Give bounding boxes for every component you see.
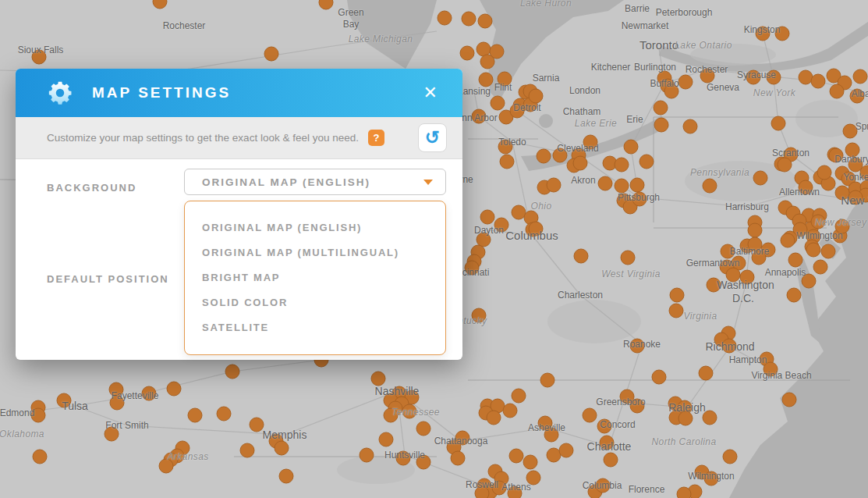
map-marker[interactable] xyxy=(142,386,156,400)
map-marker[interactable] xyxy=(396,451,410,465)
map-marker[interactable] xyxy=(829,148,843,162)
map-marker[interactable] xyxy=(498,72,512,86)
map-marker[interactable] xyxy=(748,237,762,251)
map-marker[interactable] xyxy=(721,244,735,258)
map-marker[interactable] xyxy=(600,436,614,450)
map-marker[interactable] xyxy=(781,233,795,247)
map-marker[interactable] xyxy=(583,135,597,149)
map-marker[interactable] xyxy=(850,89,864,103)
map-marker[interactable] xyxy=(678,411,693,425)
map-marker[interactable] xyxy=(529,222,543,236)
map-marker[interactable] xyxy=(583,408,597,422)
map-marker[interactable] xyxy=(472,308,486,322)
dropdown-option-original-map-multilingual[interactable]: ORIGINAL MAP (MULTILINGUAL) xyxy=(185,240,445,265)
map-marker[interactable] xyxy=(615,179,629,193)
map-marker[interactable] xyxy=(109,382,123,397)
map-marker[interactable] xyxy=(500,155,514,169)
map-marker[interactable] xyxy=(32,50,46,64)
map-marker[interactable] xyxy=(677,487,691,498)
help-icon[interactable]: ? xyxy=(368,130,384,146)
map-marker[interactable] xyxy=(529,89,543,103)
map-marker[interactable] xyxy=(707,278,721,292)
map-marker[interactable] xyxy=(451,451,465,465)
map-marker[interactable] xyxy=(537,149,551,163)
map-marker[interactable] xyxy=(756,27,770,41)
map-marker[interactable] xyxy=(559,443,573,457)
map-marker[interactable] xyxy=(478,14,492,28)
map-marker[interactable] xyxy=(153,0,167,9)
map-marker[interactable] xyxy=(416,455,430,469)
dropdown-option-satellite[interactable]: SATELLITE xyxy=(185,315,445,340)
map-marker[interactable] xyxy=(416,422,430,436)
map-marker[interactable] xyxy=(547,178,561,192)
map-marker[interactable] xyxy=(811,74,825,88)
map-marker[interactable] xyxy=(188,408,202,422)
map-marker[interactable] xyxy=(279,469,293,483)
map-marker[interactable] xyxy=(746,70,760,84)
map-marker[interactable] xyxy=(480,55,494,69)
map-marker[interactable] xyxy=(57,393,71,407)
map-marker[interactable] xyxy=(654,118,668,132)
map-marker[interactable] xyxy=(598,176,612,190)
map-marker[interactable] xyxy=(835,186,849,200)
map-marker[interactable] xyxy=(225,365,239,379)
map-marker[interactable] xyxy=(845,143,859,157)
map-marker[interactable] xyxy=(105,427,119,441)
map-marker[interactable] xyxy=(438,11,452,25)
map-marker[interactable] xyxy=(240,443,254,457)
map-marker[interactable] xyxy=(787,288,801,302)
map-marker[interactable] xyxy=(763,362,778,376)
map-marker[interactable] xyxy=(699,366,713,380)
map-marker[interactable] xyxy=(596,478,610,493)
map-marker[interactable] xyxy=(167,382,181,396)
map-marker[interactable] xyxy=(540,373,554,387)
map-marker[interactable] xyxy=(821,244,835,258)
map-marker[interactable] xyxy=(817,165,831,180)
map-marker[interactable] xyxy=(811,215,825,229)
map-marker[interactable] xyxy=(752,251,766,265)
map-marker[interactable] xyxy=(813,260,827,274)
map-marker[interactable] xyxy=(526,471,540,485)
map-marker[interactable] xyxy=(723,450,737,464)
map-marker[interactable] xyxy=(574,249,588,263)
map-marker[interactable] xyxy=(264,47,278,61)
map-marker[interactable] xyxy=(523,455,537,469)
map-marker[interactable] xyxy=(778,158,792,172)
map-marker[interactable] xyxy=(480,210,494,224)
map-marker[interactable] xyxy=(509,449,523,463)
map-marker[interactable] xyxy=(630,339,644,353)
map-marker[interactable] xyxy=(700,69,714,83)
map-marker[interactable] xyxy=(703,179,717,193)
dropdown-option-original-map-english[interactable]: ORIGINAL MAP (ENGLISH) xyxy=(185,215,445,240)
map-marker[interactable] xyxy=(573,156,587,170)
map-marker[interactable] xyxy=(475,486,489,498)
map-marker[interactable] xyxy=(664,84,678,98)
map-marker[interactable] xyxy=(275,441,289,455)
map-marker[interactable] xyxy=(669,304,683,318)
map-marker[interactable] xyxy=(384,408,398,422)
map-marker[interactable] xyxy=(597,419,611,433)
map-marker[interactable] xyxy=(630,178,644,192)
map-marker[interactable] xyxy=(510,104,524,118)
map-marker[interactable] xyxy=(835,219,849,233)
map-marker[interactable] xyxy=(472,109,486,123)
map-marker[interactable] xyxy=(799,180,813,194)
map-marker[interactable] xyxy=(508,486,522,498)
map-marker[interactable] xyxy=(806,243,820,257)
background-dropdown[interactable]: ORIGINAL MAP (ENGLISH) xyxy=(184,169,446,195)
map-marker[interactable] xyxy=(360,448,374,462)
map-marker[interactable] xyxy=(479,73,493,87)
close-icon[interactable]: ✕ xyxy=(417,81,444,105)
map-marker[interactable] xyxy=(250,418,264,432)
map-marker[interactable] xyxy=(477,233,491,247)
map-marker[interactable] xyxy=(843,124,857,138)
map-marker[interactable] xyxy=(632,192,647,206)
map-marker[interactable] xyxy=(512,389,526,403)
map-marker[interactable] xyxy=(319,0,333,9)
reset-button[interactable]: ↺ xyxy=(418,123,447,152)
map-marker[interactable] xyxy=(802,274,816,288)
map-marker[interactable] xyxy=(512,205,526,219)
map-marker[interactable] xyxy=(498,140,512,154)
map-marker[interactable] xyxy=(849,190,863,205)
map-marker[interactable] xyxy=(492,481,506,495)
